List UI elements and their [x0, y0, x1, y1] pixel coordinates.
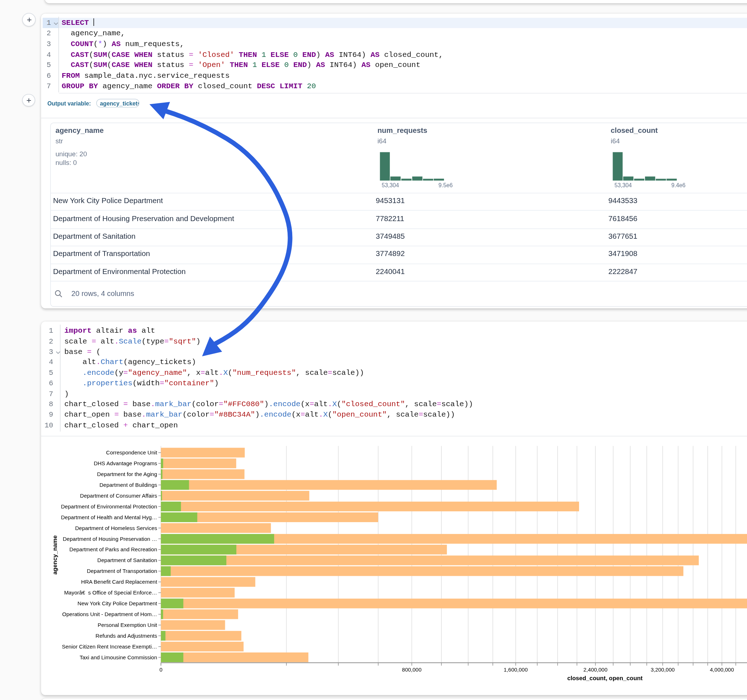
svg-text:0: 0: [159, 667, 162, 673]
svg-text:HRA Benefit Card Replacement: HRA Benefit Card Replacement: [81, 579, 157, 585]
svg-text:Department of Homeless Service: Department of Homeless Services: [75, 525, 157, 531]
svg-text:53,304: 53,304: [614, 182, 632, 188]
svg-text:Senior Citizen Rent Increase E: Senior Citizen Rent Increase Exempti…: [62, 643, 157, 650]
svg-text:Operations Unit - Department o: Operations Unit - Department of Hom…: [62, 611, 157, 617]
svg-text:agency_name: agency_name: [51, 536, 57, 575]
svg-text:Correspondence Unit: Correspondence Unit: [106, 450, 157, 456]
svg-text:4,000,000: 4,000,000: [709, 667, 734, 673]
svg-text:Taxi and Limousine Commission: Taxi and Limousine Commission: [79, 654, 157, 661]
svg-text:Personal Exemption Unit: Personal Exemption Unit: [97, 622, 157, 628]
svg-text:1,600,000: 1,600,000: [504, 667, 528, 673]
svg-text:Department of Sanitation: Department of Sanitation: [97, 557, 157, 564]
svg-text:Department of Housing Preserva: Department of Housing Preservation …: [63, 536, 157, 542]
svg-text:Mayorâ€ s Office of Special E: Mayorâ€ s Office of Special Enforce…: [64, 590, 157, 596]
svg-text:New York City Police Departmen: New York City Police Department: [77, 600, 157, 606]
svg-text:800,000: 800,000: [402, 667, 421, 673]
svg-text:2,400,000: 2,400,000: [583, 667, 607, 673]
svg-text:Department of Parks and Recrea: Department of Parks and Recreation: [69, 547, 157, 553]
svg-text:9.4e6: 9.4e6: [671, 182, 686, 188]
svg-text:Department of Transportation: Department of Transportation: [86, 568, 157, 574]
svg-text:Department for the Aging: Department for the Aging: [97, 471, 157, 477]
svg-text:9.5e6: 9.5e6: [439, 182, 453, 188]
svg-text:DHS Advantage Programs: DHS Advantage Programs: [93, 460, 157, 466]
svg-text:closed_count, open_count: closed_count, open_count: [567, 675, 643, 681]
svg-text:3,200,000: 3,200,000: [650, 667, 674, 673]
svg-text:53,304: 53,304: [382, 182, 399, 188]
svg-text:Department of Buildings: Department of Buildings: [99, 482, 157, 488]
svg-text:Department of Environmental Pr: Department of Environmental Protection: [60, 503, 157, 510]
svg-text:Department of Health and Menta: Department of Health and Mental Hyg…: [60, 514, 157, 520]
svg-text:Refunds and Adjustments: Refunds and Adjustments: [95, 633, 157, 639]
svg-text:Department of Consumer Affairs: Department of Consumer Affairs: [80, 493, 157, 499]
